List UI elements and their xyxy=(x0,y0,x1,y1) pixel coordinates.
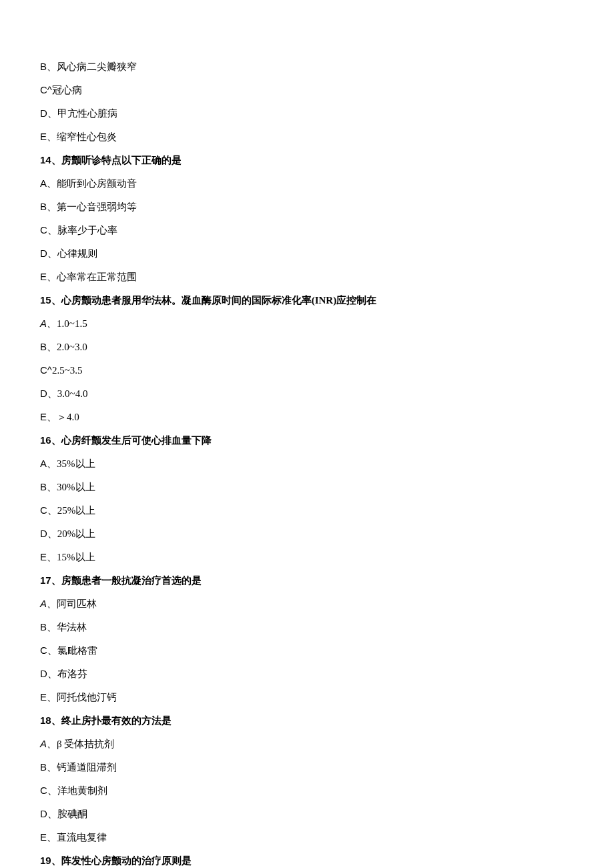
option-text: ＞4.0 xyxy=(57,412,79,422)
question-number: 15、 xyxy=(40,294,61,306)
question-text: 心房纤颤发生后可使心排血量下降 xyxy=(61,435,212,446)
answer-option: E、直流电复律 xyxy=(40,829,574,845)
answer-option: D、心律规则 xyxy=(40,246,574,262)
option-text: 2.5~3.5 xyxy=(52,365,83,376)
answer-option: A、35%以上 xyxy=(40,456,574,472)
answer-option: D、3.0~4.0 xyxy=(40,386,574,402)
option-text: 阿司匹林 xyxy=(57,598,97,609)
option-letter: C^ xyxy=(40,364,52,376)
option-text: 阿托伐他汀钙 xyxy=(57,692,117,703)
option-letter: B、 xyxy=(40,621,57,632)
question-number: 19、 xyxy=(40,855,61,866)
answer-option: B、风心病二尖瓣狭窄 xyxy=(40,59,574,75)
answer-option: E、阿托伐他汀钙 xyxy=(40,689,574,705)
answer-option: C、洋地黄制剂 xyxy=(40,783,574,799)
question-number: 17、 xyxy=(40,574,61,586)
option-text: 心率常在正常范围 xyxy=(57,272,137,282)
option-text: 缩窄性心包炎 xyxy=(57,131,117,142)
option-text: 胺碘酮 xyxy=(57,809,87,819)
answer-option: C、氯毗格雷 xyxy=(40,642,574,659)
option-letter: E、 xyxy=(40,411,57,422)
option-text: 布洛芬 xyxy=(57,669,87,679)
option-letter: D、 xyxy=(40,528,57,539)
option-letter: E、 xyxy=(40,271,57,282)
answer-option: E、15%以上 xyxy=(40,549,574,565)
answer-option: E、心率常在正常范围 xyxy=(40,269,574,285)
question-text: 终止房扑最有效的方法是 xyxy=(61,715,172,726)
answer-option: A、β 受体拮抗剂 xyxy=(40,736,574,752)
option-letter: D、 xyxy=(40,248,57,259)
question-text: 阵发性心房颤动的治疗原则是 xyxy=(61,855,192,866)
option-text: 冠心病 xyxy=(52,85,82,95)
answer-option: B、2.0~3.0 xyxy=(40,339,574,355)
question-stem: 17、房颤患者一般抗凝治疗首选的是 xyxy=(40,572,574,588)
answer-option: D、布洛芬 xyxy=(40,666,574,682)
answer-option: B、第一心音强弱均等 xyxy=(40,199,574,215)
option-letter: E、 xyxy=(40,831,57,843)
option-letter: B、 xyxy=(40,201,57,212)
option-text: 氯毗格雷 xyxy=(57,645,97,656)
answer-option: E、＞4.0 xyxy=(40,409,574,425)
question-number: 16、 xyxy=(40,434,61,446)
option-text: β 受体拮抗剂 xyxy=(57,739,114,749)
question-text: 房颤听诊特点以下正确的是 xyxy=(61,155,182,165)
answer-option: D、甲亢性心脏病 xyxy=(40,105,574,121)
answer-option: B、30%以上 xyxy=(40,479,574,495)
option-letter: A、 xyxy=(40,458,57,469)
answer-option: A、能听到心房颤动音 xyxy=(40,175,574,191)
option-text: 风心病二尖瓣狭窄 xyxy=(57,61,137,72)
option-text: 华法林 xyxy=(57,622,87,632)
option-text: 20%以上 xyxy=(57,528,96,539)
option-letter: C、 xyxy=(40,504,57,516)
option-letter: C、 xyxy=(40,644,57,656)
question-number: 14、 xyxy=(40,154,61,165)
option-text: 钙通道阻滞剂 xyxy=(57,762,117,773)
option-letter: E、 xyxy=(40,131,57,142)
document-body: B、风心病二尖瓣狭窄C^冠心病D、甲亢性心脏病E、缩窄性心包炎14、房颤听诊特点… xyxy=(40,59,574,868)
option-letter: C、 xyxy=(40,785,57,796)
question-stem: 16、心房纤颤发生后可使心排血量下降 xyxy=(40,432,574,448)
question-stem: 18、终止房扑最有效的方法是 xyxy=(40,713,574,729)
option-text: 甲亢性心脏病 xyxy=(57,108,117,119)
answer-option: A、1.0~1.5 xyxy=(40,316,574,332)
option-letter: B、 xyxy=(40,481,57,492)
option-text: 心律规则 xyxy=(57,248,97,259)
option-text: 2.0~3.0 xyxy=(57,342,87,352)
option-letter: E、 xyxy=(40,691,57,703)
option-text: 35%以上 xyxy=(57,458,95,469)
option-text: 洋地黄制剂 xyxy=(57,785,107,796)
option-letter: A、 xyxy=(40,738,57,749)
option-text: 1.0~1.5 xyxy=(57,318,87,329)
option-letter: B、 xyxy=(40,61,57,72)
answer-option: B、钙通道阻滞剂 xyxy=(40,759,574,775)
answer-option: C、脉率少于心率 xyxy=(40,222,574,238)
question-text: 心房颤动患者服用华法林。凝血酶原时间的国际标准化率(INR)应控制在 xyxy=(61,295,377,306)
option-letter: D、 xyxy=(40,808,57,819)
question-text: 房颤患者一般抗凝治疗首选的是 xyxy=(61,575,202,586)
option-letter: E、 xyxy=(40,551,57,562)
option-letter: B、 xyxy=(40,761,57,773)
question-stem: 19、阵发性心房颤动的治疗原则是 xyxy=(40,853,574,868)
answer-option: C^2.5~3.5 xyxy=(40,362,574,378)
option-text: 脉率少于心率 xyxy=(57,225,117,236)
answer-option: C^冠心病 xyxy=(40,82,574,98)
question-number: 18、 xyxy=(40,715,61,726)
answer-option: A、阿司匹林 xyxy=(40,596,574,612)
option-text: 30%以上 xyxy=(57,482,95,492)
option-letter: A、 xyxy=(40,177,57,189)
option-text: 15%以上 xyxy=(57,552,95,562)
question-stem: 15、心房颤动患者服用华法林。凝血酶原时间的国际标准化率(INR)应控制在 xyxy=(40,292,574,308)
option-text: 3.0~4.0 xyxy=(57,388,88,399)
question-stem: 14、房颤听诊特点以下正确的是 xyxy=(40,152,574,168)
option-letter: C、 xyxy=(40,224,57,236)
option-text: 25%以上 xyxy=(57,505,96,516)
option-letter: A、 xyxy=(40,318,57,329)
option-letter: C^ xyxy=(40,84,52,95)
answer-option: D、20%以上 xyxy=(40,526,574,542)
option-letter: B、 xyxy=(40,341,57,352)
answer-option: D、胺碘酮 xyxy=(40,806,574,822)
option-letter: D、 xyxy=(40,668,57,679)
answer-option: C、25%以上 xyxy=(40,502,574,518)
answer-option: B、华法林 xyxy=(40,619,574,635)
option-text: 能听到心房颤动音 xyxy=(57,178,137,189)
